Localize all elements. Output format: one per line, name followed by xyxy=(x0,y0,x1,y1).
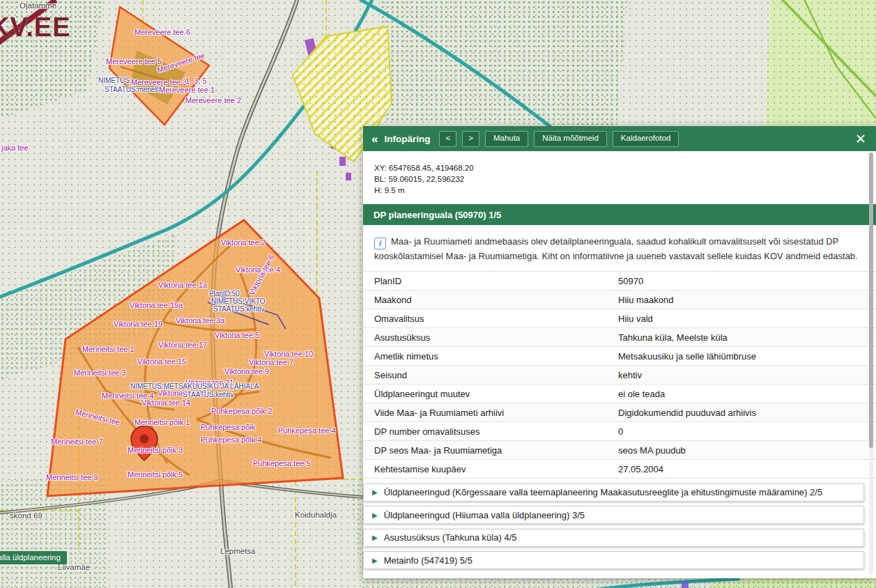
row-key: Asustusüksus xyxy=(363,328,607,347)
expand-arrow-icon: ▶ xyxy=(372,511,378,519)
accordion-section[interactable]: ▶Üldplaneeringud (Kõrgessaare valla teem… xyxy=(363,483,864,502)
table-row: Seisundkehtiv xyxy=(363,366,876,385)
row-key: Viide Maa- ja Ruumiameti arhiivi xyxy=(363,403,607,422)
show-measurements-button[interactable]: Näita mõõtmeid xyxy=(534,131,607,147)
row-value: Hiiu maakond xyxy=(607,291,876,309)
row-key: Omavalitsus xyxy=(363,309,607,328)
accordion-label: Üldplaneeringud (Hiiumaa valla üldplanee… xyxy=(384,510,585,520)
table-row: OmavalitsusHiiu vald xyxy=(363,309,876,328)
table-row: DP number omavalitsuses0 xyxy=(363,422,876,441)
expand-arrow-icon: ▶ xyxy=(372,557,378,564)
accordion-section[interactable]: ▶Asustusüksus (Tahkuna küla) 4/5 xyxy=(363,529,864,547)
info-icon: i xyxy=(374,238,386,249)
table-row: Ametlik nimetusMetsakuusiku ja selle läh… xyxy=(363,347,876,366)
row-value: Tahkuna küla, Meelste küla xyxy=(607,328,876,347)
fit-button[interactable]: Mahuta xyxy=(485,131,528,147)
row-key: Maakond xyxy=(363,291,607,309)
coordinate-xy: XY: 6547658.45, 419468.20 xyxy=(374,162,865,173)
prev-result-button[interactable]: < xyxy=(439,131,456,147)
next-result-button[interactable]: > xyxy=(462,131,479,147)
info-note: iMaa- ja Ruumiameti andmebaasis olev det… xyxy=(363,225,876,271)
accordion-label: Üldplaneeringud (Kõrgessaare valla teema… xyxy=(384,487,822,497)
row-value: 27.05.2004 xyxy=(607,460,876,479)
accordion-label: Asustusüksus (Tahkuna küla) 4/5 xyxy=(384,532,517,543)
table-row: AsustusüksusTahkuna küla, Meelste küla xyxy=(363,328,876,347)
coordinates-block: XY: 6547658.45, 419468.20 BL: 59.06015, … xyxy=(363,151,876,204)
table-row: Üldplaneeringut muutevei ole teada xyxy=(363,385,876,403)
row-key: Üldplaneeringut muutev xyxy=(363,385,607,403)
coordinate-bl: BL: 59.06015, 22.596232 xyxy=(374,173,865,185)
row-key: Kehtestamise kuupäev xyxy=(363,460,607,479)
row-value: kehtiv xyxy=(607,366,876,385)
dp-table: PlanID50970MaakondHiiu maakondOmavalitsu… xyxy=(363,271,876,479)
oblique-photos-button[interactable]: Kaldaerofotod xyxy=(613,131,679,147)
row-value: 50970 xyxy=(607,272,876,291)
row-value: ei ole teada xyxy=(607,385,876,403)
accordion-section[interactable]: ▶Üldplaneeringud (Hiiumaa valla üldplane… xyxy=(363,506,864,524)
table-row: DP seos Maa- ja Ruumiametigaseos MA puud… xyxy=(363,441,876,460)
panel-toolbar-buttons: <>MahutaNäita mõõtmeidKaldaerofotod xyxy=(439,131,679,147)
row-key: Seisund xyxy=(363,366,607,385)
collapse-panel-icon[interactable]: « xyxy=(371,133,378,145)
info-text: Maa- ja Ruumiameti andmebaasis olev deta… xyxy=(374,236,858,261)
layer-tooltip: valla üldplaneering xyxy=(0,551,67,564)
screen: OjatammeMereveere tee 6Mereveere tee 5Me… xyxy=(0,0,876,588)
row-key: Ametlik nimetus xyxy=(363,347,607,366)
row-key: PlanID xyxy=(363,272,607,291)
row-value: 0 xyxy=(607,422,876,441)
close-icon[interactable]: ✕ xyxy=(855,132,866,146)
row-value: Hiiu vald xyxy=(607,309,876,328)
row-value: Metsakuusiku ja selle lähiümbruse xyxy=(607,347,876,366)
row-value: seos MA puudub xyxy=(607,441,876,460)
section-header-dp[interactable]: DP planeeringuala (50970) 1/5 xyxy=(363,204,876,225)
panel-title: Infopäring xyxy=(384,134,430,144)
brand-logo: KV.EE xyxy=(0,13,71,42)
panel-header: « Infopäring <>MahutaNäita mõõtmeidKalda… xyxy=(363,126,876,151)
panel-scrollbar[interactable] xyxy=(869,153,873,575)
row-value: Digidokumendid puuduvad arhiivis xyxy=(607,403,876,422)
dp-table-body: PlanID50970MaakondHiiu maakondOmavalitsu… xyxy=(363,272,876,479)
table-row: MaakondHiiu maakond xyxy=(363,291,876,309)
row-key: DP seos Maa- ja Ruumiametiga xyxy=(363,441,607,460)
expand-arrow-icon: ▶ xyxy=(372,488,378,496)
coordinate-h: H: 9.5 m xyxy=(374,185,865,196)
scrollbar-thumb[interactable] xyxy=(869,153,873,448)
expand-arrow-icon: ▶ xyxy=(372,534,378,541)
table-row: PlanID50970 xyxy=(363,272,876,291)
accordion-section[interactable]: ▶Metainfo (547419) 5/5 xyxy=(363,551,864,569)
table-row: Viide Maa- ja Ruumiameti arhiiviDigidoku… xyxy=(363,403,876,422)
info-panel: « Infopäring <>MahutaNäita mõõtmeidKalda… xyxy=(363,126,876,578)
table-row: Kehtestamise kuupäev27.05.2004 xyxy=(363,460,876,479)
accordion-label: Metainfo (547419) 5/5 xyxy=(384,555,472,566)
row-key: DP number omavalitsuses xyxy=(363,422,607,441)
